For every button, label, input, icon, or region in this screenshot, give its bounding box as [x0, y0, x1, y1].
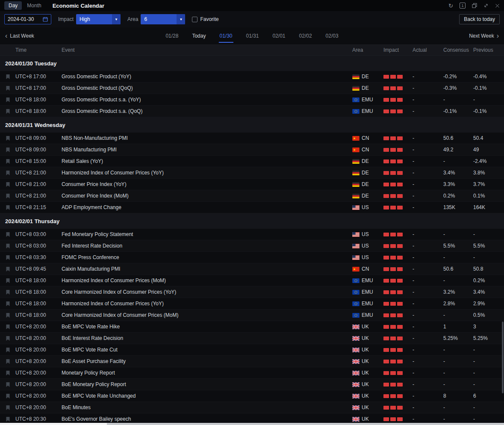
consensus-value: -	[443, 277, 473, 283]
event-name: Consumer Price Index (YoY)	[62, 181, 352, 187]
favorite-checkbox[interactable]	[192, 17, 197, 22]
impact-bars	[383, 98, 413, 102]
event-row[interactable]: UTC+8 18:00 Harmonized Index of Consumer…	[0, 275, 504, 286]
close-icon[interactable]	[495, 3, 500, 8]
area-code: EMU	[362, 108, 373, 114]
event-area: EMU	[352, 301, 383, 307]
event-row[interactable]: UTC+8 03:30 FOMC Press Conference US - -…	[0, 252, 504, 263]
panel-count-icon[interactable]: 1	[460, 3, 466, 9]
consensus-value: -0.1%	[443, 108, 473, 114]
bookmark-icon[interactable]	[0, 205, 15, 210]
impact-select[interactable]: High ▼	[76, 14, 121, 24]
bookmark-icon[interactable]	[0, 243, 15, 249]
tab-month[interactable]: Month	[23, 1, 45, 10]
event-row[interactable]: UTC+8 21:00 Harmonized Index of Consumer…	[0, 167, 504, 179]
flag-de-icon	[352, 159, 360, 164]
actual-value: -	[413, 416, 443, 422]
event-row[interactable]: UTC+8 09:00 NBS Non-Manufacturing PMI ★C…	[0, 133, 504, 144]
bookmark-icon[interactable]	[0, 136, 15, 141]
area-code: DE	[362, 85, 369, 91]
bookmark-icon[interactable]	[0, 382, 15, 387]
event-row[interactable]: UTC+8 09:00 NBS Manufacturing PMI ★CN - …	[0, 144, 504, 156]
event-row[interactable]: UTC+8 20:00 BoE MPC Vote Rate Unchanged …	[0, 390, 504, 402]
bookmark-icon[interactable]	[0, 347, 15, 353]
event-row[interactable]: UTC+8 21:15 ADP Employment Change US - 1…	[0, 202, 504, 213]
day-tab-01-31[interactable]: 01/31	[245, 29, 259, 43]
view-mode-tabs: Day Month	[4, 1, 46, 10]
bookmark-icon[interactable]	[0, 109, 15, 114]
refresh-icon[interactable]: ↻	[448, 3, 453, 9]
day-tab-01-30[interactable]: 01/30	[218, 29, 233, 43]
bookmark-icon[interactable]	[0, 278, 15, 283]
event-row[interactable]: UTC+8 18:00 Harmonized Index of Consumer…	[0, 298, 504, 310]
day-tab-01-28[interactable]: 01/28	[165, 29, 179, 43]
bookmark-icon[interactable]	[0, 170, 15, 176]
event-row[interactable]: UTC+8 20:00 BoE MPC Vote Rate Cut UK - -…	[0, 344, 504, 356]
event-name: Caixin Manufacturing PMI	[62, 266, 352, 272]
bookmark-icon[interactable]	[0, 193, 15, 199]
date-picker-input[interactable]: 2024-01-30	[4, 14, 51, 24]
event-row[interactable]: UTC+8 17:00 Gross Domestic Product (QoQ)…	[0, 83, 504, 94]
tab-day[interactable]: Day	[4, 1, 22, 10]
event-row[interactable]: UTC+8 15:00 Retail Sales (YoY) DE - - -2…	[0, 156, 504, 167]
previous-value: 0.5%	[473, 312, 504, 318]
day-tab-today[interactable]: Today	[191, 29, 206, 43]
bookmark-icon[interactable]	[0, 336, 15, 341]
bookmark-icon[interactable]	[0, 370, 15, 376]
week-navigation: ‹ Last Week 01/28Today01/3001/3102/0102/…	[0, 27, 504, 44]
event-name: BoE Monetary Policy Report	[62, 381, 352, 387]
next-week-button[interactable]: Next Week ›	[469, 32, 499, 39]
horizontal-scrollbar[interactable]	[0, 423, 504, 425]
bookmark-icon[interactable]	[0, 159, 15, 164]
event-row[interactable]: UTC+8 20:00 Monetary Policy Report UK - …	[0, 367, 504, 379]
bookmark-icon[interactable]	[0, 74, 15, 80]
event-row[interactable]: UTC+8 03:00 Fed Monetary Policy Statemen…	[0, 229, 504, 240]
day-tab-02-03[interactable]: 02/03	[325, 29, 339, 43]
event-name: Harmonized Index of Consumer Prices (MoM…	[62, 277, 352, 283]
filter-bar: 2024-01-30 Impact High ▼ Area 6 ▼ Favori…	[0, 11, 504, 27]
bookmark-icon[interactable]	[0, 359, 15, 364]
bookmark-icon[interactable]	[0, 301, 15, 307]
last-week-button[interactable]: ‹ Last Week	[5, 32, 34, 39]
expand-icon[interactable]	[483, 3, 489, 8]
previous-value: 5.5%	[473, 243, 504, 249]
bookmark-icon[interactable]	[0, 97, 15, 103]
previous-value: -	[473, 231, 504, 237]
event-row[interactable]: UTC+8 18:00 Core Harmonized Index of Con…	[0, 310, 504, 321]
event-row[interactable]: UTC+8 21:00 Consumer Price Index (YoY) D…	[0, 179, 504, 190]
restore-icon[interactable]	[472, 3, 477, 8]
bookmark-icon[interactable]	[0, 405, 15, 410]
bookmark-icon[interactable]	[0, 255, 15, 260]
bookmark-icon[interactable]	[0, 324, 15, 330]
event-row[interactable]: UTC+8 09:45 Caixin Manufacturing PMI ★CN…	[0, 263, 504, 275]
event-row[interactable]: UTC+8 18:00 Core Harmonized Index of Con…	[0, 286, 504, 298]
day-tab-02-02[interactable]: 02/02	[298, 29, 313, 43]
event-row[interactable]: UTC+8 20:00 BoE MPC Vote Rate Hike UK - …	[0, 321, 504, 333]
area-code: UK	[362, 393, 369, 399]
svg-text:★: ★	[353, 136, 356, 140]
horizontal-scrollbar-thumb[interactable]	[0, 423, 107, 425]
bookmark-icon[interactable]	[0, 232, 15, 237]
event-row[interactable]: UTC+8 18:00 Gross Domestic Product s.a. …	[0, 106, 504, 117]
event-name: Gross Domestic Product (YoY)	[62, 74, 352, 80]
event-row[interactable]: UTC+8 18:00 Gross Domestic Product s.a. …	[0, 94, 504, 106]
bookmark-icon[interactable]	[0, 266, 15, 272]
vertical-scrollbar[interactable]	[502, 322, 504, 393]
back-to-today-button[interactable]: Back to today	[459, 14, 500, 24]
event-row[interactable]: UTC+8 20:00 BoE Minutes UK - - -	[0, 402, 504, 413]
bookmark-icon[interactable]	[0, 147, 15, 153]
event-row[interactable]: UTC+8 20:00 BoE Monetary Policy Report U…	[0, 379, 504, 390]
bookmark-icon[interactable]	[0, 86, 15, 91]
bookmark-icon[interactable]	[0, 182, 15, 187]
bookmark-icon[interactable]	[0, 313, 15, 318]
bookmark-icon[interactable]	[0, 393, 15, 399]
area-select[interactable]: 6 ▼	[141, 14, 185, 24]
event-row[interactable]: UTC+8 17:00 Gross Domestic Product (YoY)…	[0, 71, 504, 83]
day-tab-02-01[interactable]: 02/01	[272, 29, 286, 43]
bookmark-icon[interactable]	[0, 289, 15, 295]
event-row[interactable]: UTC+8 20:00 BoE Interest Rate Decision U…	[0, 333, 504, 344]
event-row[interactable]: UTC+8 21:00 Consumer Price Index (MoM) D…	[0, 190, 504, 202]
bookmark-icon[interactable]	[0, 416, 15, 422]
event-row[interactable]: UTC+8 03:00 Fed Interest Rate Decision U…	[0, 240, 504, 252]
event-row[interactable]: UTC+8 20:00 BoE Asset Purchase Facility …	[0, 356, 504, 367]
